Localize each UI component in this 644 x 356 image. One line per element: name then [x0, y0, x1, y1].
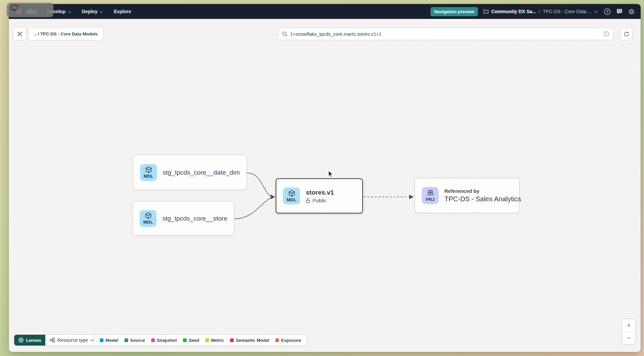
navbar-icons: ? ⚙	[603, 8, 635, 15]
exposure-swatch	[275, 338, 279, 342]
model-swatch	[100, 338, 104, 342]
cube-icon	[288, 190, 295, 197]
nav-menu-deploy-label: Deploy	[82, 9, 98, 14]
project-name: TPC-DS - Core Data ...	[543, 9, 592, 14]
close-icon	[17, 31, 22, 36]
breadcrumb[interactable]: .. / TPC-DS - Core Data Models	[28, 27, 104, 41]
arrowhead-icon	[409, 195, 414, 199]
node-label: TPC-DS - Sales Analytics	[444, 195, 521, 203]
navigation-preview-badge[interactable]: Navigation preview	[431, 7, 478, 16]
stacked-drawers-icon	[427, 189, 434, 197]
legend-item-seed: Seed	[183, 338, 199, 343]
help-icon[interactable]: ?	[603, 8, 611, 15]
top-navbar: dbt Develop Deploy Explore Navigation pr…	[9, 4, 641, 19]
account-name: Community DX Sa...	[483, 9, 536, 14]
settings-gear-icon[interactable]: ⚙	[628, 8, 635, 15]
navbar-right-group: Navigation preview Community DX Sa... / …	[431, 7, 635, 16]
legend-label: Semantic Model	[236, 338, 269, 343]
edge-date-dim-to-stores	[247, 173, 271, 196]
node-label: stores.v1	[306, 189, 334, 196]
nav-menu-explore[interactable]: Explore	[114, 9, 131, 14]
cube-icon	[145, 212, 152, 219]
legend-item-metric: Metric	[205, 338, 224, 343]
project-badge: PRJ	[422, 187, 439, 204]
lenses-button[interactable]: Lenses	[14, 335, 45, 346]
lenses-control: Lenses Resource type	[14, 334, 98, 346]
model-badge: MDL	[140, 210, 157, 227]
legend-item-semantic-model: Semantic Model	[230, 338, 269, 343]
badge-label: PRJ	[426, 197, 435, 202]
legend-item-source: Source	[124, 338, 145, 343]
info-icon[interactable]	[603, 31, 609, 37]
account-name-label: Community DX Sa...	[491, 9, 536, 14]
app-window: dbt Develop Deploy Explore Navigation pr…	[9, 4, 641, 352]
legend-label: Source	[130, 338, 145, 343]
node-label: stg_tpcds_core__store	[162, 215, 227, 222]
breadcrumb-separator: /	[539, 9, 540, 14]
canvas-zoom-control: + −	[622, 319, 636, 345]
resource-type-dropdown[interactable]: Resource type	[45, 335, 98, 346]
lens-aperture-icon	[18, 337, 24, 343]
nav-menu-deploy[interactable]: Deploy	[82, 9, 103, 14]
lineage-search-bar	[278, 28, 614, 40]
access-level: Public	[306, 198, 334, 203]
node-referenced-by-sales-analytics[interactable]: PRJ Referenced by TPC-DS - Sales Analyti…	[415, 178, 520, 213]
metric-swatch	[205, 338, 209, 342]
model-badge: MDL	[140, 164, 157, 181]
chevron-down-icon	[90, 339, 94, 341]
resource-type-label: Resource type	[58, 337, 88, 343]
seed-swatch	[183, 338, 187, 342]
cube-icon	[145, 166, 152, 173]
refresh-lineage-button[interactable]	[620, 28, 632, 40]
legend-label: Snapshot	[157, 338, 177, 343]
chevron-down-icon[interactable]	[594, 10, 598, 13]
edge-store-to-stores	[234, 198, 271, 219]
resource-type-legend: Model Source Snapshot Seed Metric	[94, 334, 307, 346]
resource-graph-icon	[49, 337, 55, 343]
breadcrumb-label: .. / TPC-DS - Core Data Models	[34, 31, 98, 36]
chevron-down-icon	[99, 11, 103, 13]
folder-icon	[483, 9, 489, 14]
node-stg-tpcds-core-date-dim[interactable]: MDL stg_tpcds_core__date_dim	[133, 155, 247, 190]
zoom-out-button[interactable]: −	[622, 332, 636, 345]
node-label: stg_tpcds_core__date_dim	[163, 169, 240, 176]
access-label: Public	[313, 198, 326, 203]
lineage-canvas[interactable]: .. / TPC-DS - Core Data Models	[9, 19, 641, 352]
legend-label: Seed	[189, 338, 199, 343]
nav-menu-explore-label: Explore	[114, 9, 131, 14]
chevron-down-icon	[68, 11, 71, 13]
desktop-background: dbt Develop Deploy Explore Navigation pr…	[0, 0, 644, 356]
badge-label: MDL	[286, 197, 296, 202]
node-overline: Referenced by	[444, 188, 521, 194]
search-icon	[282, 31, 288, 37]
screen-icon	[10, 4, 19, 11]
svg-text:?: ?	[606, 9, 608, 14]
semantic-model-swatch	[230, 338, 234, 342]
snapshot-swatch	[151, 338, 155, 342]
legend-label: Model	[106, 338, 118, 343]
model-badge: MDL	[283, 187, 300, 204]
legend-label: Exposure	[281, 338, 301, 343]
feedback-icon[interactable]	[616, 8, 623, 15]
screen-share-indicator	[7, 3, 53, 17]
mouse-cursor	[327, 171, 334, 178]
arrowhead-icon	[271, 195, 275, 199]
search-input[interactable]	[290, 31, 601, 37]
legend-item-exposure: Exposure	[275, 338, 301, 343]
node-stg-tpcds-core-store[interactable]: MDL stg_tpcds_core__store	[133, 201, 234, 236]
zoom-in-button[interactable]: +	[622, 319, 636, 332]
legend-item-snapshot: Snapshot	[151, 338, 177, 343]
badge-label: MDL	[143, 174, 153, 179]
project-breadcrumb[interactable]: Community DX Sa... / TPC-DS - Core Data …	[483, 9, 598, 14]
unlock-icon	[306, 198, 310, 203]
legend-label: Metric	[211, 338, 224, 343]
close-lineage-button[interactable]	[13, 27, 26, 41]
lenses-label: Lenses	[26, 338, 41, 343]
legend-item-model: Model	[100, 338, 118, 343]
source-swatch	[124, 338, 128, 342]
refresh-icon	[623, 31, 629, 37]
node-stores-v1[interactable]: MDL stores.v1 Public	[276, 178, 363, 213]
badge-label: MDL	[143, 220, 153, 225]
